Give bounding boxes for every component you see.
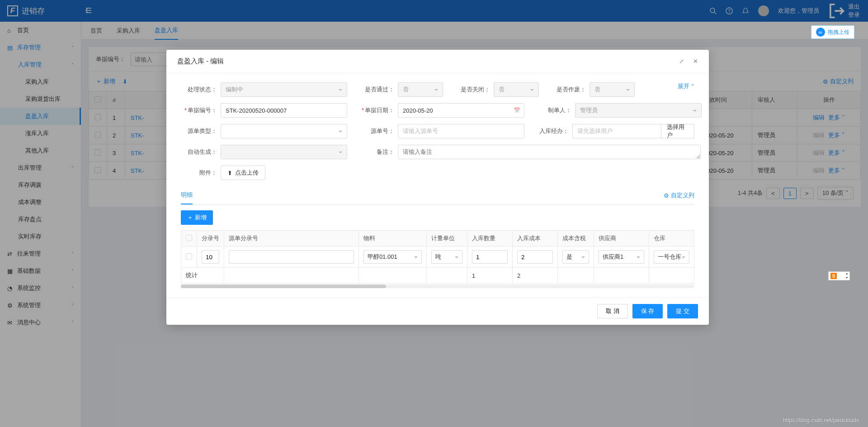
detail-custom-columns-label: 自定义列	[671, 191, 694, 199]
date-value: 2020-05-20	[403, 107, 433, 114]
src-entry-input[interactable]	[229, 250, 354, 264]
material-select[interactable]: 甲醇01.001	[363, 250, 422, 264]
chevron-down-icon: ˅	[691, 83, 694, 90]
modal-body: 处理状态：编制中 是否通过：否 是否关闭：否 是否作废：否 展开 ˅ *单据编号…	[166, 73, 709, 297]
ime-dots-icon: ••	[846, 272, 848, 280]
status-select[interactable]: 编制中	[221, 82, 347, 97]
total-qty: 1	[467, 268, 512, 284]
unit-value: 吨	[435, 253, 441, 261]
entry-input[interactable]	[202, 250, 219, 264]
col-supplier: 供应商	[594, 231, 649, 247]
modal-header: 盘盈入库 - 编辑 ⤢ ✕	[166, 50, 709, 73]
total-cost: 2	[512, 268, 557, 284]
pass-value: 否	[403, 85, 409, 94]
maker-select[interactable]: 管理员	[575, 103, 702, 118]
srctype-select[interactable]	[221, 124, 347, 138]
warehouse-select[interactable]: 一号仓库	[654, 250, 689, 264]
tax-value: 是	[566, 253, 572, 261]
docno-label: *单据编号：	[181, 106, 217, 114]
horizontal-scrollbar[interactable]	[181, 285, 694, 288]
status-label: 处理状态：	[181, 85, 217, 94]
close-icon[interactable]: ✕	[693, 58, 698, 65]
col-qty: 入库数量	[467, 231, 512, 247]
fullscreen-icon[interactable]: ⤢	[679, 58, 684, 65]
close-select[interactable]: 否	[494, 82, 539, 97]
totals-row: 统计 1 2	[181, 268, 694, 284]
col-material: 物料	[359, 231, 426, 247]
pass-select[interactable]: 否	[398, 82, 443, 97]
detail-table: 分录号 源单分录号 物料 计量单位 入库数量 入库成本 成本含税 供应商 仓库	[181, 230, 694, 284]
detail-row: 甲醇01.001 吨 是 供应商1 一号仓库	[181, 247, 694, 268]
detail-row-checkbox[interactable]	[186, 253, 192, 260]
upload-label: 点击上传	[235, 169, 259, 177]
cancel-button[interactable]: 取 消	[597, 304, 628, 318]
detail-select-all-checkbox[interactable]	[186, 235, 192, 241]
unit-select[interactable]: 吨	[431, 250, 462, 264]
handler-input[interactable]: 请先选择用户	[572, 124, 661, 138]
void-label: 是否作废：	[550, 85, 586, 94]
srctype-label: 源单类型：	[181, 127, 217, 135]
watermark: https://blog.csdn.net/pastclouds	[783, 417, 859, 423]
status-value: 编制中	[226, 85, 243, 94]
qty-input[interactable]	[472, 250, 508, 264]
detail-add-button[interactable]: ＋新增	[181, 210, 213, 225]
submit-button[interactable]: 提 交	[667, 304, 698, 318]
handler-placeholder: 请先选择用户	[577, 127, 613, 135]
ime-icon: S	[830, 273, 837, 279]
detail-add-label: 新增	[195, 214, 207, 222]
void-select[interactable]: 否	[590, 82, 635, 97]
cloud-icon: ∞	[816, 28, 825, 37]
remark-textarea[interactable]	[398, 145, 701, 159]
totals-label: 统计	[181, 268, 224, 284]
close-label: 是否关闭：	[454, 85, 490, 94]
col-cost: 入库成本	[512, 231, 557, 247]
tax-select[interactable]: 是	[562, 250, 589, 264]
docno-input[interactable]: STK-20200520-000007	[221, 103, 347, 118]
expand-label: 展开	[678, 82, 689, 90]
srcno-label: 源单号：	[358, 127, 394, 135]
srcno-input[interactable]: 请输入源单号	[398, 124, 524, 138]
col-entry: 分录号	[197, 231, 224, 247]
detail-tab[interactable]: 明细	[181, 186, 193, 204]
handler-label: 入库经办：	[535, 127, 569, 135]
upload-button[interactable]: ⬆点击上传	[221, 166, 265, 180]
col-warehouse: 仓库	[649, 231, 694, 247]
srcno-placeholder: 请输入源单号	[403, 127, 438, 135]
maker-value: 管理员	[580, 106, 598, 114]
void-value: 否	[594, 85, 600, 94]
supplier-select[interactable]: 供应商1	[599, 250, 644, 264]
cost-input[interactable]	[517, 250, 553, 264]
autogen-select[interactable]	[221, 145, 347, 159]
col-tax: 成本含税	[557, 231, 594, 247]
float-upload-widget[interactable]: ∞ 拖拽上传	[811, 25, 854, 39]
close-value: 否	[499, 85, 505, 94]
float-upload-label: 拖拽上传	[828, 28, 849, 36]
ime-indicator: S ••	[828, 271, 850, 280]
col-unit: 计量单位	[426, 231, 467, 247]
plus-icon: ＋	[187, 214, 193, 222]
scrollbar-thumb[interactable]	[181, 285, 386, 288]
date-input[interactable]: 2020-05-20	[398, 103, 524, 118]
date-label: *单据日期：	[358, 106, 394, 114]
expand-button[interactable]: 展开 ˅	[678, 82, 694, 90]
edit-modal: 盘盈入库 - 编辑 ⤢ ✕ 处理状态：编制中 是否通过：否 是否关闭：否 是否作…	[166, 50, 709, 325]
detail-custom-columns-button[interactable]: ⚙自定义列	[664, 191, 694, 199]
supplier-value: 供应商1	[603, 253, 623, 261]
upload-icon: ⬆	[227, 170, 232, 176]
attach-label: 附件：	[181, 169, 217, 177]
material-value: 甲醇01.001	[368, 253, 397, 261]
remark-label: 备注：	[358, 148, 394, 156]
modal-title: 盘盈入库 - 编辑	[177, 57, 224, 66]
pass-label: 是否通过：	[358, 85, 394, 94]
warehouse-value: 一号仓库	[658, 253, 681, 261]
detail-tabs: 明细 ⚙自定义列	[181, 186, 694, 205]
select-user-button[interactable]: 选择用户	[661, 124, 694, 138]
docno-value: STK-20200520-000007	[226, 107, 287, 114]
gear-icon: ⚙	[664, 192, 669, 199]
modal-footer: 取 消 保 存 提 交	[166, 297, 709, 325]
autogen-label: 自动生成：	[181, 148, 217, 156]
save-button[interactable]: 保 存	[632, 304, 663, 318]
col-src-entry: 源单分录号	[224, 231, 359, 247]
maker-label: 制单人：	[535, 106, 571, 114]
